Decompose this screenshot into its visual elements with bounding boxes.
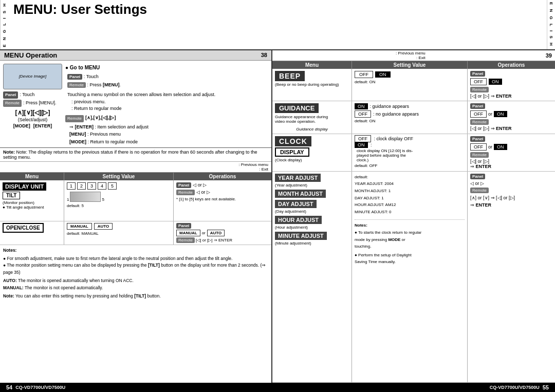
touching-desc: Touching a menu symbol on the screen all… [65,91,268,113]
mode-label: [MODE] [13,123,30,128]
cell-menu-beep: BEEP (Beep or no beep during operating) [272,69,352,101]
cell-setting-clock: OFF : clock display OFF ON : clock displ… [352,134,468,171]
remote-btn-1: Remote [3,100,22,107]
enter-label: [ENTER] [33,123,52,128]
section-title-left: MENU Operation [4,51,57,59]
prev-menu-note-left: : Previous menu: Exit [0,162,271,173]
footer: 54 CQ-VD7700U/VD7500U CQ-VD7700U/VD7500U… [0,383,555,392]
cell-setting-openclose: MANUAL AUTO default: MANUAL [64,221,174,245]
device-diagram: [Device Image] [3,64,62,89]
bracket-symbols-1: [∧][∨][◁][▷] [3,109,62,116]
notes-section: Notes: ● For smooth adjustment, make sur… [0,245,271,383]
prev-menu-note-right: : Previous menu: Exit [396,51,425,60]
lang-sidebar-left: E N G L I S H [0,0,8,49]
panel-btn-1: Panel [3,91,18,99]
beep-row: BEEP (Beep or no beep during operating) … [272,69,555,101]
col-header-menu: Menu [0,173,64,180]
table-row-notes: OPEN/CLOSE MANUAL AUTO default: MANUAL P… [0,221,271,245]
guidance-row: GUIDANCE Guidance appearance duringvideo… [272,101,555,134]
right-page-num: 55 [543,384,549,390]
cell-menu-guidance: GUIDANCE Guidance appearance duringvideo… [272,101,352,134]
table-row: DISPLAY UNIT TILT (Monitor position) ● T… [0,180,271,221]
col-header-ops: Operations [174,173,271,180]
remote-btn-2: Remote [67,82,86,88]
cell-ops-adjust: Panel ◁ or ▷ Remote [∧] or [∨] ⇒ [◁] or … [468,172,555,382]
cell-ops-beep: Panel OFF ON Remote [◁] or [▷] ⇒ ENTER [468,69,555,101]
cell-menu-openclose: OPEN/CLOSE [0,221,64,245]
select-adjust-label: (Select/adjust) [3,117,62,122]
cell-setting-display: 1 2 3 4 5 1 5 default: 5 [64,180,174,221]
page-num-39: 39 [546,52,552,59]
note-display: Note: Note: The display returns to the p… [0,148,271,162]
cell-setting-beep: OFF ON default: ON [352,69,468,101]
r-col-header-ops: Operations [468,61,555,69]
menu-prev-desc: [MENU] : Previous menu [69,130,268,138]
page-title: MENU: User Settings [13,2,542,17]
cell-ops-display: Panel ◁ or ▷ Remote ◁ or ▷ * [1] to [5] … [174,180,271,221]
adjust-rows: YEAR ADJUST (Year adjustment) MONTH ADJU… [272,172,555,383]
cell-ops-clock: Panel OFF or ON Remote [◁] or [▷] ⇒ ENTE… [468,134,555,171]
cell-ops-openclose: Panel MANUAL or AUTO Remote [◁] or [▷] ⇒… [174,221,271,245]
r-col-header-menu: Menu [272,61,352,69]
go-to-menu-text: Go to MENU [70,65,100,70]
cell-ops-guidance: Panel OFF or ON Remote [◁] or [▷] ⇒ ENTE… [468,101,555,134]
footer-model-right: CQ-VD7700U/VD7500U [490,385,540,390]
cell-menu-display: DISPLAY UNIT TILT (Monitor position) ● T… [0,180,64,221]
cell-setting-guidance: ON : guidance appears OFF : no guidance … [352,101,468,134]
cell-menu-clock: CLOCK DISPLAY (Clock display) [272,134,352,171]
left-page-num: 54 [6,384,12,390]
panel-btn-2: Panel [67,74,82,80]
enter-item-desc: ⇒ [ENTER] : Item selection and adjust [69,123,268,130]
cell-menu-adjust: YEAR ADJUST (Year adjustment) MONTH ADJU… [272,172,352,382]
lang-sidebar-right: E N G L I S H [547,0,555,49]
col-header-setting: Setting Value [64,173,174,180]
clock-row: CLOCK DISPLAY (Clock display) OFF : cloc… [272,134,555,172]
footer-model-left: CQ-VD7700U/VD7500U [15,385,65,390]
mode-return-desc: [MODE] : Return to regular mode [69,138,268,145]
cell-setting-adjust: default: YEAR ADJUST: 2004 MONTH ADJUST:… [352,172,468,382]
go-to-menu-label: ● [65,65,70,70]
bracket-symbols-2: [∧],[∨],[◁],[▷] [85,115,116,122]
remote-btn-3: Remote [65,115,84,122]
page-num-38: 38 [261,52,267,58]
r-col-header-setting: Setting Value [352,61,468,69]
